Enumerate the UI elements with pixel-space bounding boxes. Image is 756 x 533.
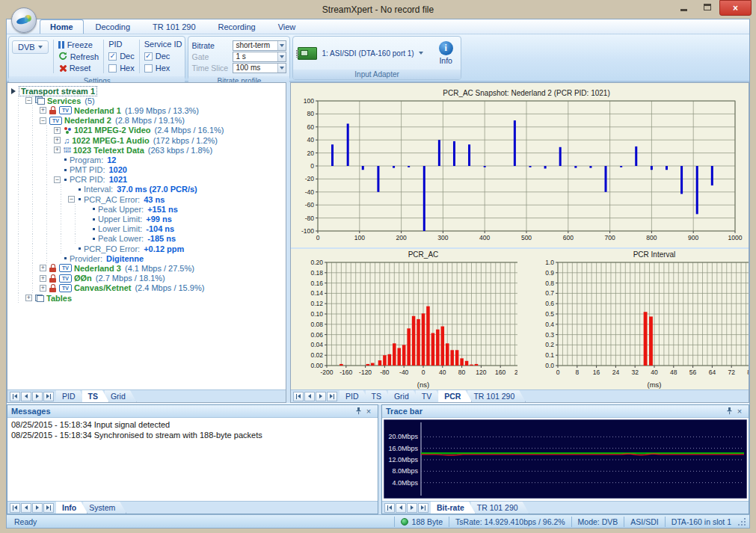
messages-tab-system[interactable]: System bbox=[83, 502, 126, 514]
last-tab-button[interactable] bbox=[418, 503, 428, 513]
right-tab-grid[interactable]: Grid bbox=[388, 390, 420, 402]
first-tab-button[interactable] bbox=[384, 503, 395, 513]
tree-row-upper-limit[interactable]: Upper Limit:+99 ns bbox=[11, 214, 286, 224]
adapter-selector[interactable]: 1: ASI/SDI (DTA-160 port 1) bbox=[296, 47, 424, 60]
tree-guide bbox=[68, 234, 82, 244]
expand-toggle[interactable]: + bbox=[40, 285, 49, 292]
tree-row-1022-mpeg-1-audio[interactable]: +♫1022 MPEG-1 Audio(172 kbps / 1.2%) bbox=[11, 135, 286, 145]
expand-toggle[interactable]: + bbox=[54, 127, 64, 134]
ribbon-tab-tr-101-290[interactable]: TR 101 290 bbox=[142, 19, 206, 34]
bitrate-combobox[interactable]: short-term bbox=[233, 40, 286, 51]
tree-row-pcr-pid[interactable]: −PCR PID:1021 bbox=[11, 175, 286, 185]
tree-guide bbox=[11, 105, 25, 115]
video-icon bbox=[64, 126, 72, 134]
expand-toggle[interactable]: − bbox=[40, 117, 49, 124]
messages-tab-info[interactable]: Info bbox=[56, 502, 87, 514]
next-tab-button[interactable] bbox=[32, 503, 43, 513]
right-tab-tr-101-290[interactable]: TR 101 290 bbox=[467, 390, 526, 402]
close-panel-icon[interactable]: × bbox=[734, 407, 745, 416]
minus-icon: − bbox=[25, 97, 32, 104]
status-bar: Ready 188 ByteTsRate: 14.929.410bps / 96… bbox=[7, 514, 749, 528]
trace-tab-bit-rate[interactable]: Bit-rate bbox=[431, 502, 476, 514]
last-tab-button[interactable] bbox=[43, 392, 54, 401]
pid-hex-checkbox[interactable]: Hex bbox=[108, 63, 135, 73]
close-panel-icon[interactable]: × bbox=[363, 407, 374, 416]
gate-combobox[interactable]: 1 s bbox=[233, 52, 286, 62]
last-tab-button[interactable] bbox=[43, 503, 54, 513]
info-icon: i bbox=[439, 41, 453, 55]
maximize-button[interactable] bbox=[696, 0, 718, 14]
next-tab-button[interactable] bbox=[32, 392, 43, 401]
tree-row-nederland-1[interactable]: +TVNederland 1(1.99 Mbps / 13.3%) bbox=[11, 105, 286, 115]
info-button[interactable]: i Info bbox=[434, 41, 458, 65]
next-tab-button[interactable] bbox=[407, 503, 417, 513]
expand-toggle[interactable]: + bbox=[54, 147, 64, 153]
checkbox-icon: ✓ bbox=[144, 52, 153, 61]
tree-row-transport-stream-1[interactable]: Transport stream 1 bbox=[11, 86, 286, 96]
dvb-dropdown[interactable]: DVB bbox=[12, 40, 49, 54]
tree-row-program[interactable]: Program:12 bbox=[11, 155, 286, 164]
first-tab-button[interactable] bbox=[293, 392, 304, 401]
tree-row-pcr-ac-error[interactable]: −PCR_AC Error:43 ns bbox=[11, 194, 286, 204]
tree-row-pcr-fo-error[interactable]: PCR_FO Error:+0.12 ppm bbox=[11, 244, 286, 253]
first-tab-button[interactable] bbox=[10, 392, 20, 401]
tree-row-tables[interactable]: +Tables bbox=[11, 293, 286, 303]
input-adapter-group-label: Input Adapter bbox=[293, 70, 460, 79]
pin-icon[interactable] bbox=[353, 407, 363, 416]
tree-row-1021-mpeg-2-video[interactable]: +1021 MPEG-2 Video(2.4 Mbps / 16.1%) bbox=[11, 126, 286, 135]
next-tab-button[interactable] bbox=[316, 392, 326, 401]
prev-tab-button[interactable] bbox=[21, 392, 31, 401]
expand-toggle[interactable]: + bbox=[40, 275, 49, 282]
tree-row-nederland-2[interactable]: −TVNederland 2(2.8 Mbps / 19.1%) bbox=[11, 116, 286, 126]
last-tab-button[interactable] bbox=[327, 392, 337, 401]
prev-tab-button[interactable] bbox=[21, 503, 31, 513]
right-tab-pid[interactable]: PID bbox=[339, 390, 370, 402]
tree-row-pmt-pid[interactable]: PMT PID:1020 bbox=[11, 165, 286, 175]
close-button[interactable]: × bbox=[719, 0, 752, 16]
refresh-button[interactable]: Refresh bbox=[58, 52, 99, 62]
app-logo-icon[interactable] bbox=[11, 7, 37, 33]
ribbon-tab-recording[interactable]: Recording bbox=[208, 19, 266, 34]
freeze-button[interactable]: Freeze bbox=[58, 40, 99, 50]
ribbon-tab-decoding[interactable]: Decoding bbox=[85, 19, 141, 34]
minimize-button[interactable] bbox=[673, 0, 695, 14]
expand-toggle[interactable]: + bbox=[40, 107, 49, 114]
expand-toggle[interactable]: − bbox=[68, 196, 78, 203]
first-tab-button[interactable] bbox=[10, 503, 20, 513]
tree-row-services[interactable]: −Services(5) bbox=[11, 96, 286, 105]
service-id-dec-checkbox[interactable]: ✓Dec bbox=[144, 51, 182, 61]
ribbon-tab-view[interactable]: View bbox=[268, 19, 307, 34]
tree-guide bbox=[11, 263, 25, 273]
tree-row-nederland-3[interactable]: +TVNederland 3(4.1 Mbps / 27.5%) bbox=[11, 263, 286, 273]
expand-toggle[interactable]: − bbox=[54, 176, 64, 183]
tree-row-peak-upper[interactable]: Peak Upper:+151 ns bbox=[11, 204, 286, 214]
pid-dec-checkbox[interactable]: ✓Dec bbox=[108, 51, 135, 61]
tree-row-1023-teletext-data[interactable]: +0110 10101023 Teletext Data(263 kbps / … bbox=[11, 145, 286, 155]
right-tab-pcr[interactable]: PCR bbox=[438, 390, 472, 402]
tree-row-provider[interactable]: Provider:Digitenne bbox=[11, 253, 286, 263]
tree-row-lower-limit[interactable]: Lower Limit:-104 ns bbox=[11, 224, 286, 234]
tree-row-interval[interactable]: Interval:37.0 ms (27.0 PCR/s) bbox=[11, 185, 286, 194]
tree-row-n[interactable]: +TVØØn(2.7 Mbps / 18.1%) bbox=[11, 274, 286, 283]
reset-button[interactable]: Reset bbox=[58, 63, 99, 73]
trace-tab-tr-101-290[interactable]: TR 101 290 bbox=[471, 502, 529, 514]
ribbon-tab-home[interactable]: Home bbox=[40, 19, 84, 34]
prev-tab-button[interactable] bbox=[396, 503, 406, 513]
time-slice-combobox[interactable]: 100 ms bbox=[233, 63, 286, 73]
expand-toggle[interactable]: + bbox=[40, 265, 49, 271]
tree-row-peak-lower[interactable]: Peak Lower:-185 ns bbox=[11, 234, 286, 244]
expand-toggle[interactable]: + bbox=[25, 295, 35, 301]
pin-icon[interactable] bbox=[724, 407, 734, 416]
prev-tab-button[interactable] bbox=[304, 392, 315, 401]
resize-grip-icon[interactable] bbox=[739, 517, 746, 526]
left-tab-pid[interactable]: PID bbox=[56, 390, 87, 402]
svg-text:40: 40 bbox=[307, 136, 315, 144]
left-tab-grid[interactable]: Grid bbox=[105, 390, 137, 402]
svg-text:0.2: 0.2 bbox=[545, 341, 554, 348]
tree-row-canvas-ketnet[interactable]: +TVCanvas/Ketnet(2.4 Mbps / 15.9%) bbox=[11, 283, 286, 293]
expand-toggle[interactable]: − bbox=[25, 97, 35, 104]
tree-node-value: +151 ns bbox=[147, 205, 178, 214]
tree-guide bbox=[25, 116, 40, 126]
service-id-hex-checkbox[interactable]: Hex bbox=[144, 63, 182, 73]
expand-toggle[interactable]: + bbox=[54, 137, 64, 144]
